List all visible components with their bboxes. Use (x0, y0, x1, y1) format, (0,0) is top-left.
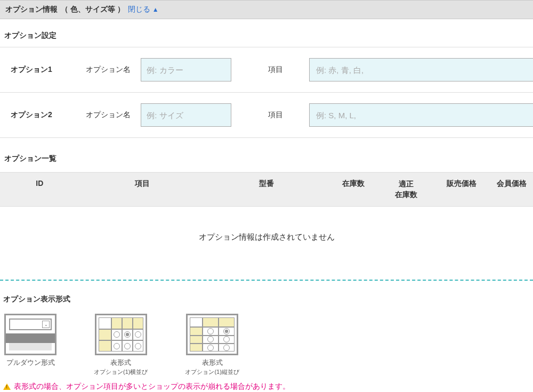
option-1-name-label: オプション名 (86, 65, 141, 75)
th-item: 項目 (79, 179, 206, 200)
format-table-horizontal[interactable]: 表形式 オプション(1)横並び (94, 314, 148, 377)
option-1-item-input[interactable] (309, 58, 533, 81)
warning-text: 表形式の場合、オプション項目が多いとショップの表示が崩れる場合があります。 (14, 382, 290, 391)
format-pulldown[interactable]: ⌄ プルダウン形式 (4, 314, 56, 377)
section-header: オプション情報 （ 色、サイズ等 ） 閉じる ▲ (0, 0, 533, 19)
option-1-label: オプション1 (11, 65, 86, 75)
warning-icon (3, 383, 11, 390)
divider (0, 280, 533, 281)
format-caption-tv: 表形式 オプション(1)縦並び (185, 358, 239, 377)
option-1-item-label: 項目 (258, 65, 293, 75)
option-row-2: オプション2 オプション名 項目 (0, 93, 533, 138)
option-2-label: オプション2 (11, 110, 86, 120)
option-1-name-input[interactable] (141, 58, 231, 81)
close-label: 閉じる (128, 5, 150, 14)
format-table-vertical[interactable]: 表形式 オプション(1)縦並び (185, 314, 239, 377)
option-2-item-input[interactable] (309, 103, 533, 127)
option-row-1: オプション1 オプション名 項目 (0, 47, 533, 93)
th-price: 販売価格 (433, 179, 491, 200)
th-id: ID (0, 179, 79, 200)
header-title: オプション情報 (5, 5, 58, 14)
table-vertical-preview-icon (186, 314, 238, 355)
th-model: 型番 (206, 179, 327, 200)
option-2-name-label: オプション名 (86, 110, 141, 120)
header-subtitle: （ 色、サイズ等 ） (61, 5, 125, 14)
empty-message: オプション情報は作成されていません (0, 207, 533, 274)
option-2-name-input[interactable] (141, 103, 231, 127)
option-table-header: ID 項目 型番 在庫数 適正 在庫数 販売価格 会員価格 (0, 172, 533, 207)
option-settings-title: オプション設定 (0, 19, 533, 47)
format-options: ⌄ プルダウン形式 表形式 オプション(1)横並び (0, 314, 533, 377)
display-format-title: オプション表示形式 (0, 295, 533, 314)
th-proper-stock: 適正 在庫数 (380, 179, 433, 200)
format-caption-pulldown: プルダウン形式 (6, 358, 55, 368)
chevron-up-icon: ▲ (152, 6, 159, 13)
option-list-title: オプション一覧 (0, 138, 533, 172)
option-2-item-label: 項目 (258, 110, 293, 120)
table-horizontal-preview-icon (95, 314, 147, 355)
close-toggle[interactable]: 閉じる ▲ (128, 5, 159, 14)
warning-row: 表形式の場合、オプション項目が多いとショップの表示が崩れる場合があります。 (0, 377, 533, 392)
format-caption-th: 表形式 オプション(1)横並び (94, 358, 148, 377)
th-member-price: 会員価格 (491, 179, 533, 200)
th-stock: 在庫数 (327, 179, 380, 200)
pulldown-preview-icon: ⌄ (4, 314, 56, 355)
